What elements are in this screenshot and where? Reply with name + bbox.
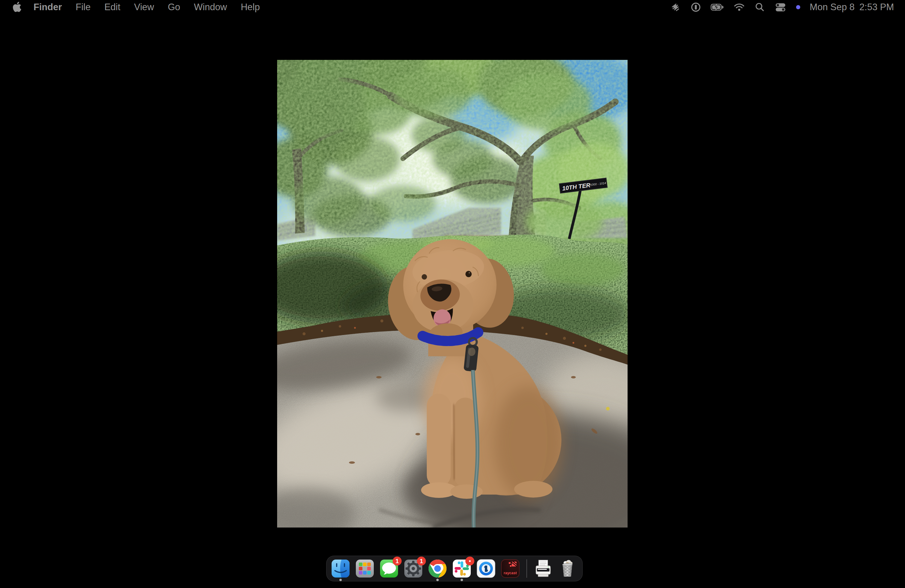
clock-time: 2:53 PM [859,2,894,13]
clock-date: Mon Sep 8 [810,2,855,13]
spotlight-search-icon[interactable] [754,2,765,13]
dock-divider [526,559,527,578]
running-indicator-finder [340,579,342,581]
menu-window[interactable]: Window [194,2,227,13]
battery-charging-icon[interactable] [710,2,724,13]
control-center-icon[interactable] [775,2,786,13]
one-password-icon[interactable] [690,2,702,13]
menu-file[interactable]: File [76,2,90,13]
hatched-flag-icon[interactable] [670,2,681,13]
menu-help[interactable]: Help [241,2,260,13]
dock-slack-icon[interactable]: • [452,559,472,578]
app-menus: File Edit View Go Window Help [76,2,260,13]
running-indicator-slack [460,579,463,581]
badge-slack: • [465,556,474,566]
running-indicator-chrome [437,579,439,581]
dock-trash-icon[interactable] [557,559,577,578]
raycast-label: raycast [504,571,517,575]
menu-edit[interactable]: Edit [105,2,120,13]
badge-messages: 1 [393,556,402,566]
menu-bar-clock[interactable]: Mon Sep 8 2:53 PM [810,2,894,13]
dock-system-settings-icon[interactable]: 1 [403,559,423,578]
foreground-foliage [277,60,627,257]
menu-view[interactable]: View [134,2,154,13]
dock-1password-icon[interactable] [476,559,496,578]
status-bar: Mon Sep 8 2:53 PM [670,2,894,13]
badge-settings: 1 [417,556,426,566]
photo-preview-dog-on-path: 10TH TER 1000 - 1014 [277,60,627,528]
active-app-name[interactable]: Finder [33,2,62,13]
recording-indicator-dot [795,5,801,10]
dock: 1 1 [326,556,583,582]
menu-bar: Finder File Edit View Go Window Help [0,0,905,14]
apple-menu-icon[interactable] [12,1,22,13]
wifi-icon[interactable] [733,2,745,13]
dock-finder-icon[interactable] [331,559,351,578]
dock-chrome-icon[interactable] [428,559,448,578]
photo-illustration: 10TH TER 1000 - 1014 [277,60,627,528]
dock-raycast-icon[interactable]: raycast [500,559,520,578]
desktop[interactable]: { "menu_bar": { "app_name": "Finder", "m… [0,0,905,588]
dock-printer-icon[interactable] [533,559,553,578]
dock-messages-icon[interactable]: 1 [379,559,399,578]
dock-launchpad-icon[interactable] [355,559,375,578]
menu-go[interactable]: Go [168,2,180,13]
